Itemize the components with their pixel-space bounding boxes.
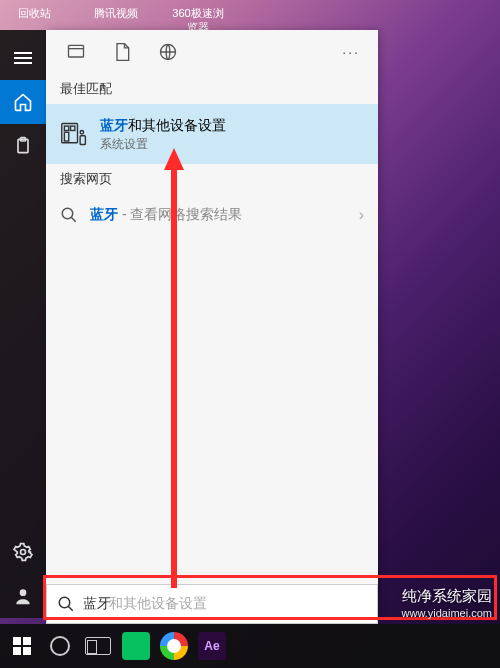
- menu-button[interactable]: [0, 36, 46, 80]
- devices-icon: [60, 120, 88, 148]
- panel-filter-row: ···: [46, 30, 378, 74]
- svg-rect-11: [80, 136, 85, 145]
- document-icon: [112, 42, 132, 62]
- svg-rect-9: [64, 132, 68, 141]
- web-section-label: 搜索网页: [46, 164, 378, 194]
- svg-rect-7: [64, 126, 68, 130]
- search-input[interactable]: [83, 596, 367, 612]
- svg-point-10: [80, 131, 84, 135]
- watermark: 纯净系统家园 www.yidaimei.com: [402, 586, 492, 620]
- home-icon: [13, 92, 33, 112]
- svg-rect-4: [69, 45, 84, 57]
- search-panel: ··· 最佳匹配 蓝牙和其他设备设置 系统设置 搜索网页 蓝牙 - 查看网络搜索…: [46, 30, 378, 618]
- clipboard-button[interactable]: [0, 124, 46, 168]
- search-icon: [60, 206, 78, 224]
- best-match-label: 最佳匹配: [46, 74, 378, 104]
- start-button[interactable]: [4, 628, 40, 664]
- web-result-text: 蓝牙 - 查看网络搜索结果: [90, 206, 242, 224]
- wechat-button[interactable]: [118, 628, 154, 664]
- account-button[interactable]: [0, 574, 46, 618]
- svg-point-3: [20, 589, 27, 596]
- more-button[interactable]: ···: [334, 44, 368, 60]
- filter-apps[interactable]: [56, 32, 96, 72]
- apps-icon: [66, 42, 86, 62]
- svg-rect-16: [13, 647, 21, 655]
- user-icon: [13, 586, 33, 606]
- search-sidebar: [0, 30, 46, 618]
- best-match-title: 蓝牙和其他设备设置: [100, 116, 226, 136]
- hamburger-icon: [14, 52, 32, 64]
- ae-icon: Ae: [198, 632, 226, 660]
- taskbar: Ae: [0, 624, 500, 668]
- cortana-button[interactable]: [42, 628, 78, 664]
- wechat-icon: [122, 632, 150, 660]
- svg-rect-14: [13, 637, 21, 645]
- svg-point-2: [21, 550, 26, 555]
- windows-icon: [13, 637, 31, 655]
- svg-point-12: [62, 209, 73, 220]
- clipboard-icon: [13, 136, 33, 156]
- browser-button[interactable]: [156, 628, 192, 664]
- browser-icon: [160, 632, 188, 660]
- settings-button[interactable]: [0, 530, 46, 574]
- svg-point-13: [59, 597, 70, 608]
- home-button[interactable]: [0, 80, 46, 124]
- filter-web[interactable]: [148, 32, 188, 72]
- svg-rect-15: [23, 637, 31, 645]
- search-icon: [57, 595, 75, 613]
- web-result[interactable]: 蓝牙 - 查看网络搜索结果 ›: [46, 194, 378, 236]
- svg-rect-8: [71, 126, 75, 130]
- chevron-right-icon: ›: [359, 206, 364, 224]
- gear-icon: [13, 542, 33, 562]
- best-match-result[interactable]: 蓝牙和其他设备设置 系统设置: [46, 104, 378, 164]
- svg-rect-17: [23, 647, 31, 655]
- filter-documents[interactable]: [102, 32, 142, 72]
- best-match-subtitle: 系统设置: [100, 136, 226, 153]
- taskview-button[interactable]: [80, 628, 116, 664]
- taskview-icon: [85, 637, 111, 655]
- cortana-icon: [50, 636, 70, 656]
- ae-button[interactable]: Ae: [194, 628, 230, 664]
- search-box[interactable]: 和其他设备设置: [46, 584, 378, 624]
- globe-icon: [158, 42, 178, 62]
